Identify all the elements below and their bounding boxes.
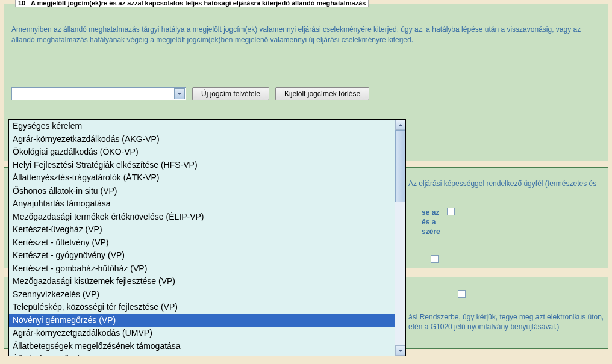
dropdown-option[interactable]: Szennyvízkezelés (VP) [9,288,395,301]
dropdown-option[interactable]: Őshonos állatok-in situ (VP) [9,185,395,198]
dropdown-option[interactable]: Ökológiai gazdálkodás (ÖKO-VP) [9,146,395,159]
dropdown-option[interactable]: Kertészet-üvegház (VP) [9,223,395,236]
dropdown-option[interactable]: Növényi génmegőrzés (VP) [9,314,395,327]
jogcim-dropdown[interactable] [11,87,186,100]
partial-text-line2c: szére [422,227,440,236]
dropdown-option[interactable]: Mezőgazdasági kisüzemek fejlesztése (VP) [9,275,395,288]
dropdown-option[interactable]: Mezőgazdasági termékek értéknövelése (ÉL… [9,211,395,224]
scroll-down-button[interactable] [395,345,405,356]
section-title: A megjelölt jogcím(ek)re és az azzal kap… [31,0,366,7]
partial-text-line3: ási Rendszerbe, úgy kérjük, tegye meg az… [408,313,604,321]
jogcim-dropdown-list: Egységes kérelemAgrár-környezetkazdálkod… [8,119,406,356]
dropdown-option[interactable]: Agrár-környezetgazdálkodás (UMVP) [9,327,395,340]
dropdown-option[interactable]: Kertészet - gombaház-hűtőház (VP) [9,262,395,276]
scroll-thumb[interactable] [395,130,405,202]
dropdown-option[interactable]: Településkép, közösségi tér fejlesztése … [9,301,395,314]
dropdown-option[interactable]: Helyi Fejlesztési Stratégiák elkészítése… [9,159,395,172]
dropdown-option[interactable]: Állati génmegőrzés [9,353,395,356]
new-jogcim-button[interactable]: Új jogcím felvétele [192,87,269,100]
dropdown-scrollbar[interactable] [395,120,405,356]
checkbox-1[interactable] [447,208,455,215]
chevron-down-icon[interactable] [174,88,185,99]
checkbox-3[interactable] [458,290,466,298]
partial-text-line2b: és a [422,218,436,226]
dropdown-option[interactable]: Kertészet - gyógynövény (VP) [9,249,395,262]
delete-jogcim-button[interactable]: Kijelölt jogcímek törlése [275,87,369,100]
dropdown-option[interactable]: Agrár-környezetkazdálkodás (AKG-VP) [9,133,395,146]
partial-text-line4: etén a G1020 jelű nyomtatvány benyújtásá… [408,322,559,331]
dropdown-option[interactable]: Anyajuhtartás támogatása [9,197,395,211]
section-10-label: 10 A megjelölt jogcím(ek)re és az azzal … [15,0,369,7]
dropdown-option[interactable]: Állatbetegségek megelőzésének támogatása [9,340,395,353]
scroll-up-button[interactable] [395,120,405,130]
partial-text-line1: Az eljárási képességgel rendelkező ügyfé… [408,179,596,188]
dropdown-option[interactable]: Egységes kérelem [9,120,395,133]
section-description: Amennyiben az állandó meghatalmazás tárg… [11,25,601,45]
partial-text-line2a: se az [422,208,439,217]
scroll-track[interactable] [395,130,405,345]
checkbox-2[interactable] [431,255,439,263]
dropdown-option[interactable]: Állattenyésztés-trágyatárolók (ÁTK-VP) [9,171,395,185]
dropdown-option[interactable]: Kertészet - ültetvény (VP) [9,236,395,250]
section-number: 10 [18,0,25,7]
